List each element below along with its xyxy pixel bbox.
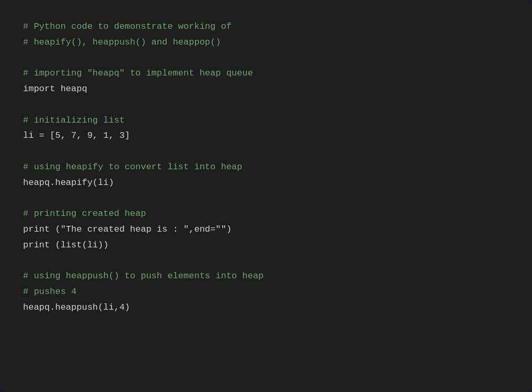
comment-line: # using heapify to convert list into hea… [23, 159, 509, 175]
comment-line: # importing "heapq" to implement heap qu… [23, 66, 509, 81]
comment-line: # heapify(), heappush() and heappop() [23, 35, 509, 50]
code-editor: # Python code to demonstrate working of#… [0, 0, 532, 392]
comment-line: # using heappush() to push elements into… [23, 268, 509, 284]
code-line: heapq.heapify(li) [23, 175, 509, 191]
blank-line [23, 253, 509, 268]
code-line: li = [5, 7, 9, 1, 3] [23, 128, 509, 144]
code-content: # Python code to demonstrate working of#… [23, 19, 509, 315]
comment-line: # Python code to demonstrate working of [23, 19, 509, 35]
comment-line: # printing created heap [23, 206, 509, 222]
code-line: print (list(li)) [23, 237, 509, 253]
blank-line [23, 190, 509, 206]
comment-line: # initializing list [23, 113, 509, 128]
blank-line [23, 144, 509, 159]
blank-line [23, 50, 509, 66]
code-line: heapq.heappush(li,4) [23, 300, 509, 315]
code-line: import heapq [23, 81, 509, 97]
blank-line [23, 97, 509, 113]
code-line: print ("The created heap is : ",end="") [23, 222, 509, 237]
comment-line: # pushes 4 [23, 284, 509, 300]
